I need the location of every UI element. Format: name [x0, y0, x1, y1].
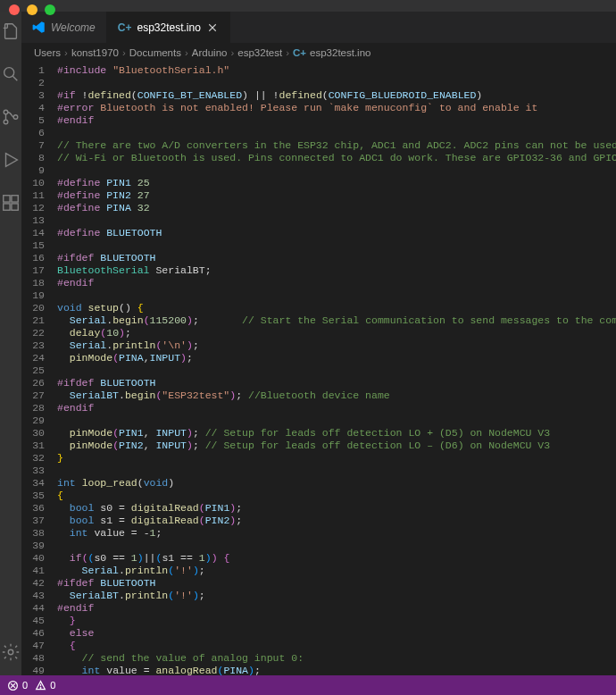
svg-rect-8: [4, 204, 10, 210]
code-editor[interactable]: 1234567891011121314151617181920212223242…: [21, 63, 616, 675]
breadcrumb-segment[interactable]: konst1970: [71, 47, 119, 58]
chevron-right-icon: ›: [64, 47, 68, 58]
status-errors[interactable]: 0: [7, 680, 28, 691]
extensions-icon[interactable]: [0, 192, 21, 214]
activity-bar: [0, 12, 21, 675]
source-control-icon[interactable]: [0, 106, 21, 128]
search-icon[interactable]: [0, 63, 21, 85]
chevron-right-icon: ›: [185, 47, 188, 58]
error-count: 0: [22, 680, 28, 691]
tab-bar: Welcome C+ esp32test.ino: [21, 12, 616, 43]
svg-marker-5: [6, 154, 18, 167]
run-debug-icon[interactable]: [0, 149, 21, 171]
status-warnings[interactable]: 0: [35, 680, 55, 691]
breadcrumb-segment[interactable]: esp32test.ino: [310, 47, 370, 58]
tab-esp32test[interactable]: C+ esp32test.ino: [107, 12, 230, 43]
tab-label: Welcome: [51, 21, 96, 34]
chevron-right-icon: ›: [286, 47, 289, 58]
svg-point-10: [8, 649, 13, 655]
chevron-right-icon: ›: [122, 47, 126, 58]
svg-point-4: [13, 115, 18, 120]
close-icon[interactable]: [206, 21, 219, 34]
svg-rect-6: [4, 196, 10, 202]
vscode-icon: [32, 21, 46, 34]
status-bar: 0 0: [0, 675, 616, 695]
files-icon[interactable]: [0, 21, 21, 42]
breadcrumb-segment[interactable]: Users: [34, 47, 61, 58]
warning-count: 0: [50, 680, 55, 691]
code-content[interactable]: #include "BluetoothSerial.h" #if !define…: [57, 64, 616, 675]
svg-point-3: [4, 120, 8, 124]
breadcrumb-segment[interactable]: Arduino: [192, 47, 228, 58]
breadcrumb[interactable]: Users › konst1970 › Documents › Arduino …: [21, 43, 616, 63]
svg-point-2: [4, 110, 8, 114]
svg-point-17: [40, 687, 41, 688]
svg-point-0: [4, 68, 14, 78]
breadcrumb-segment[interactable]: Documents: [129, 47, 181, 58]
maximize-window-button[interactable]: [45, 4, 55, 15]
line-number-gutter: 1234567891011121314151617181920212223242…: [21, 64, 57, 675]
cpp-file-icon: C+: [118, 21, 132, 34]
svg-rect-9: [12, 204, 18, 210]
chevron-right-icon: ›: [230, 47, 234, 58]
window-titlebar: [0, 0, 616, 12]
tab-label: esp32test.ino: [137, 21, 200, 34]
svg-rect-7: [12, 196, 18, 202]
tab-welcome[interactable]: Welcome: [21, 12, 107, 43]
close-window-button[interactable]: [9, 4, 20, 15]
svg-line-1: [12, 76, 17, 80]
minimize-window-button[interactable]: [27, 4, 37, 15]
cpp-file-icon: C+: [293, 47, 306, 58]
gear-icon[interactable]: [0, 641, 21, 663]
breadcrumb-segment[interactable]: esp32test: [237, 47, 282, 58]
